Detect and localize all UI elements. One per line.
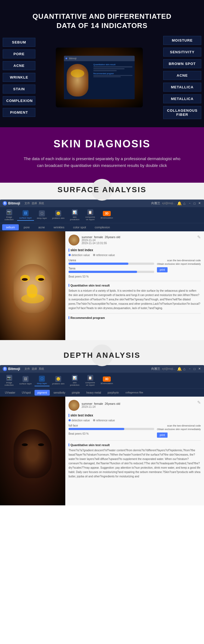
- nav-link-3[interactable]: 系统: [39, 201, 44, 205]
- depth-minimize-button[interactable]: －: [188, 367, 191, 371]
- depth-nav-surface-layer[interactable]: 🖼 surface layer: [17, 375, 34, 386]
- depth-window-controls: － □ ✕: [188, 367, 201, 371]
- surface-tabs: sebum pore acne wrinkles color spot comp…: [0, 223, 204, 231]
- indicator-acne-right[interactable]: ACNE: [163, 71, 201, 80]
- indicator-pigment[interactable]: PIGMENT: [3, 108, 35, 117]
- depth-nav-link-2[interactable]: 选择: [32, 367, 37, 371]
- depth-nav-link-3[interactable]: 系统: [39, 367, 44, 371]
- tab-pore[interactable]: pore: [20, 224, 33, 230]
- tab-complexion[interactable]: complexion: [91, 224, 114, 230]
- depth-nav-skin-prediction[interactable]: 📊 skinprediction: [67, 374, 82, 387]
- indicator-wrinkle[interactable]: WRINKLE: [3, 73, 35, 82]
- close-button[interactable]: ✕: [197, 201, 201, 205]
- depth-metrics-section: full face Beat peers 63 %: [69, 424, 154, 435]
- section-indicators: QUANTITATIVE AND DIFFERENTIATED DATA OF …: [0, 7, 204, 127]
- indicator-metallica1[interactable]: METALLICA: [163, 83, 201, 92]
- indicator-complexion[interactable]: COMPLEXION: [3, 96, 35, 105]
- depth-app-content: summer female 26years old 2019-11-14 ✎ s…: [0, 397, 204, 505]
- minimize-button[interactable]: －: [188, 201, 191, 205]
- depth-nav-link-1[interactable]: 文件: [24, 367, 30, 371]
- nav-link-1[interactable]: 文件: [24, 201, 30, 205]
- depth-home-icon[interactable]: ⌂: [183, 367, 186, 371]
- depth-tab-uvwater[interactable]: UVwater: [2, 390, 18, 396]
- user-handle: xyl@moji...: [162, 202, 175, 205]
- qr-section: scan the two-dimensional code Obtain exc…: [157, 259, 201, 272]
- indicator-acne-left[interactable]: ACNE: [3, 61, 35, 70]
- user-name: 向雅兰: [151, 201, 160, 205]
- depth-surface-layer-icon: 🖼: [23, 376, 29, 382]
- indicator-moisture[interactable]: MOISTURE: [163, 36, 201, 45]
- depth-section-divider-1: [69, 440, 201, 441]
- nav-problem-skin[interactable]: 😐 problem skin: [50, 209, 67, 220]
- indicator-metallica2[interactable]: METALLICA: [163, 94, 201, 103]
- nav-link-2[interactable]: 选择: [32, 201, 37, 205]
- legend-reference-dot: [93, 254, 95, 256]
- depth-tab-uvspot[interactable]: UVspot: [19, 390, 33, 396]
- beat-text: Beat peers 53 %: [69, 275, 154, 278]
- prediction-icon: 📊: [72, 209, 78, 215]
- depth-close-button[interactable]: ✕: [197, 367, 201, 371]
- tab-acne[interactable]: acne: [35, 224, 49, 230]
- bell-icon[interactable]: 🔔: [177, 201, 182, 206]
- depth-nav-problem-skin[interactable]: 😐 problem skin: [50, 375, 67, 386]
- surface-app-window: B Bitmoji 文件 选择 系统 向雅兰 xyl@moji... 🔔 ⌂ －: [0, 200, 204, 340]
- nav-skin-prediction[interactable]: 📊 skinprediction: [67, 208, 82, 222]
- depth-profile-info: summer female 26years old 2019-11-14: [69, 400, 120, 411]
- depth-profile-avatar: [69, 400, 79, 411]
- indicator-pore[interactable]: PORE: [3, 49, 35, 58]
- surface-face-image: [0, 231, 65, 340]
- nav-3d-simulation[interactable]: 3D 3Dsimulation: [98, 210, 115, 220]
- tab-sebum[interactable]: sebum: [2, 224, 19, 230]
- depth-app-logo: B Bitmoji: [3, 367, 20, 371]
- indicator-stain[interactable]: STAIN: [3, 85, 35, 94]
- depth-face-column: [0, 397, 65, 505]
- depth-report-icon: 📋: [87, 375, 93, 381]
- nav-deep-layer[interactable]: ⬡ deep layer: [35, 209, 50, 220]
- tab-wrinkles[interactable]: wrinkles: [50, 224, 68, 230]
- maximize-button[interactable]: □: [193, 201, 196, 205]
- depth-app-logo-icon: B: [3, 367, 7, 371]
- depth-print-button[interactable]: print: [157, 433, 168, 438]
- depth-tab-porphyrin[interactable]: porphyrin: [105, 390, 122, 396]
- depth-nav-image-collection[interactable]: 📷 imagecollection: [2, 374, 17, 387]
- depth-nav-comprehensive-report[interactable]: 📋 compreheve report: [83, 374, 98, 387]
- depth-maximize-button[interactable]: □: [193, 367, 196, 371]
- depth-nav-deep-layer[interactable]: ⬡ deep layer: [35, 375, 50, 386]
- depth-tab-heavy-metal[interactable]: heavy metal: [84, 390, 104, 396]
- nav-comprehensive-report[interactable]: 📋 compreheve report: [83, 208, 98, 222]
- metric-tarea-bar: [69, 271, 154, 273]
- surface-title-section: SURFACE ANALYSIS: [0, 183, 204, 200]
- camera-icon: 📷: [6, 209, 12, 215]
- nav-surface-layer[interactable]: 🖼 surface layer: [17, 209, 34, 221]
- print-button[interactable]: print: [157, 267, 168, 272]
- depth-edit-icon[interactable]: ✎: [197, 400, 201, 405]
- app-logo-text: Bitmoji: [8, 201, 20, 205]
- indicator-sensitivity[interactable]: SENSITIVITY: [163, 48, 201, 57]
- depth-scan-info-2: Obtain exclusive skin report immediately: [157, 428, 201, 431]
- indicators-title: QUANTITATIVE AND DIFFERENTIATED DATA OF …: [3, 12, 201, 30]
- depth-nav-3d-simulation[interactable]: 3D 3Dsimulation: [98, 375, 115, 386]
- surface-profile-info: summer female 26years old 2019-11-14 201…: [69, 235, 120, 245]
- 3d-label: 3D: [103, 211, 111, 216]
- depth-index-title: skin test index: [69, 413, 201, 417]
- metric-uarea-bar: [69, 263, 154, 265]
- depth-profile-name: summer female 26years old: [82, 402, 120, 405]
- indicator-collagenous[interactable]: COLLAGENOUS FIBER: [163, 106, 201, 119]
- surface-titlebar: B Bitmoji 文件 选择 系统 向雅兰 xyl@moji... 🔔 ⌂ －: [0, 200, 204, 207]
- surface-edit-icon[interactable]: ✎: [197, 235, 201, 240]
- depth-tab-pimple[interactable]: pimple: [69, 390, 82, 396]
- depth-bell-icon[interactable]: 🔔: [177, 367, 182, 371]
- depth-deep-layer-icon: ⬡: [39, 376, 45, 382]
- nav-image-collection[interactable]: 📷 imagecollection: [2, 208, 17, 222]
- depth-tab-sensitivity[interactable]: sensitivity: [51, 390, 68, 396]
- indicator-sebum[interactable]: SEBUM: [3, 38, 35, 47]
- depth-tab-collagenous[interactable]: collagenous fibe: [123, 390, 146, 396]
- depth-tab-pigment[interactable]: pigment: [35, 390, 50, 396]
- tab-color-spot[interactable]: color spot: [69, 224, 90, 230]
- depth-prediction-icon: 📊: [72, 375, 78, 381]
- depth-face-image: [0, 397, 65, 505]
- report-icon: 📋: [87, 209, 93, 215]
- app-logo-icon: B: [3, 201, 7, 206]
- home-icon[interactable]: ⌂: [183, 201, 186, 206]
- indicator-brown-spot[interactable]: BROWN SPOT: [163, 59, 201, 68]
